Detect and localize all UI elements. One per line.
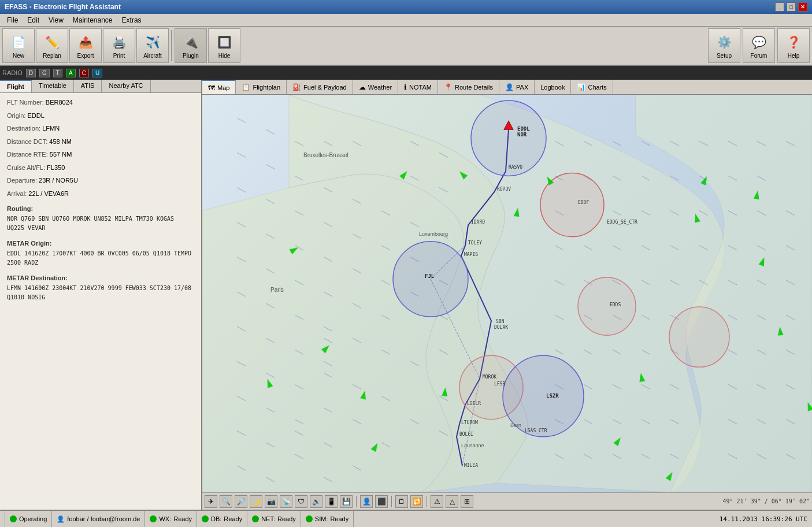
minimize-button[interactable]: _ (775, 2, 784, 12)
forum-button[interactable]: 💬 Forum (743, 28, 775, 63)
tool-save[interactable]: 💾 (340, 495, 353, 508)
replan-button[interactable]: ✏️ Replan (36, 28, 68, 63)
new-button[interactable]: 📄 New (2, 28, 35, 63)
menu-maintenance[interactable]: Maintenance (68, 15, 117, 25)
tool-refresh[interactable]: 🔁 (410, 495, 423, 508)
status-db: DB: Ready (197, 511, 247, 527)
menu-file[interactable]: File (2, 15, 23, 25)
origin-row: Origin: EDDL (7, 111, 194, 121)
tab-logbook[interactable]: Logbook (535, 80, 571, 94)
tab-atis[interactable]: ATIS (74, 80, 102, 92)
cruise-alt-label: Cruise Alt/FL: (7, 164, 45, 171)
tab-flightplan[interactable]: 📋 Flightplan (236, 80, 287, 94)
svg-text:EDDL: EDDL (517, 126, 530, 132)
radio-bar: RADIO D G T A C U (0, 66, 812, 80)
tool-zoom-in[interactable]: 🔍 (220, 495, 232, 508)
distance-dct-value: 458 NM (49, 138, 72, 145)
db-label: DB: (211, 515, 221, 522)
tool-notes[interactable]: 🗒 (395, 495, 408, 508)
tab-timetable[interactable]: Timetable (32, 80, 74, 92)
arrival-value: 22L / VEVA6R (28, 190, 69, 197)
net-indicator (252, 515, 259, 522)
arrival-label: Arrival: (7, 190, 27, 197)
tool-aircraft[interactable]: ✈ (205, 495, 217, 508)
tool-antenna[interactable]: 📡 (280, 495, 292, 508)
tool-sound[interactable]: 🔊 (310, 495, 322, 508)
menu-extras[interactable]: Extras (117, 15, 146, 25)
fuel-icon: ⛽ (292, 83, 301, 91)
radio-btn-t[interactable]: T (53, 69, 62, 77)
radio-btn-c[interactable]: C (79, 69, 89, 77)
tab-logbook-label: Logbook (540, 84, 565, 91)
setup-button[interactable]: ⚙️ Setup (708, 28, 740, 63)
menu-view[interactable]: View (44, 15, 68, 25)
svg-text:SBN: SBN (496, 319, 505, 324)
status-bar: Operating 👤 foobar / foobar@froom.de WX:… (0, 510, 812, 527)
map-tabs: 🗺 Map 📋 Flightplan ⛽ Fuel & Payload ☁ We… (202, 80, 812, 95)
aircraft-label: Aircraft (143, 53, 162, 59)
hide-icon: 🔲 (215, 33, 233, 51)
metar-dest-title: METAR Destination: (7, 274, 194, 281)
tab-charts-label: Charts (588, 84, 606, 91)
tab-flight[interactable]: Flight (0, 80, 32, 92)
radio-btn-d[interactable]: D (26, 69, 36, 77)
close-button[interactable]: ✕ (798, 2, 807, 12)
routing-section-title: Routing: (7, 205, 194, 212)
tab-notam[interactable]: ℹ NOTAM (398, 80, 438, 94)
tool-user[interactable]: 👤 (360, 495, 373, 508)
distance-rte-value: 557 NM (50, 151, 72, 158)
distance-rte-row: Distance RTE: 557 NM (7, 150, 194, 159)
tab-pax[interactable]: 👤 PAX (499, 80, 535, 94)
tool-blackbox[interactable]: ⬛ (375, 495, 388, 508)
wx-status: Ready (173, 515, 192, 522)
destination-value: LFMN (42, 125, 60, 132)
aircraft-button[interactable]: ✈️ Aircraft (136, 28, 169, 63)
db-indicator (202, 515, 209, 522)
plugin-label: Plugin (183, 53, 199, 59)
tool-grid[interactable]: ⊞ (461, 495, 473, 508)
toolbar-separator-1 (171, 30, 172, 61)
svg-text:Bern: Bern (510, 422, 521, 428)
svg-text:ROPUV: ROPUV (497, 187, 511, 192)
tab-map[interactable]: 🗺 Map (202, 80, 236, 94)
svg-text:Paris: Paris (270, 287, 284, 293)
tool-zoom-out[interactable]: 🔎 (235, 495, 247, 508)
panel-content: FLT Number: BER8024 Origin: EDDL Destina… (0, 93, 201, 510)
distance-dct-row: Distance DCT: 458 NM (7, 137, 194, 147)
svg-text:FJL: FJL (425, 273, 435, 279)
svg-text:IDARO: IDARO (471, 220, 485, 225)
maximize-button[interactable]: □ (787, 2, 796, 12)
radio-btn-u[interactable]: U (92, 69, 102, 77)
radio-label: RADIO (2, 69, 23, 76)
tab-flightplan-label: Flightplan (253, 84, 280, 91)
print-button[interactable]: 🖨️ Print (103, 28, 135, 63)
tab-charts[interactable]: 📊 Charts (571, 80, 613, 94)
tool-triangle[interactable]: △ (446, 495, 458, 508)
tool-shield[interactable]: 🛡 (295, 495, 307, 508)
tab-nearby-atc[interactable]: Nearby ATC (102, 80, 150, 92)
tab-fuel[interactable]: ⛽ Fuel & Payload (287, 80, 353, 94)
metar-dest-text: LFMN 141600Z 23004KT 210V270 9999 FEW033… (7, 284, 194, 302)
hide-button[interactable]: 🔲 Hide (208, 28, 240, 63)
tab-weather[interactable]: ☁ Weather (353, 80, 398, 94)
tab-route[interactable]: 📍 Route Details (438, 80, 499, 94)
export-button[interactable]: 📤 Export (69, 28, 102, 63)
plugin-button[interactable]: 🔌 Plugin (175, 28, 207, 63)
sim-label: SIM: (315, 515, 328, 522)
map-coordinates: 49° 21' 39" / 06° 19' 02" (722, 498, 810, 504)
help-button[interactable]: ❓ Help (777, 28, 810, 63)
destination-row: Destination: LFMN (7, 124, 194, 133)
radio-btn-g[interactable]: G (39, 69, 50, 77)
radio-btn-a[interactable]: A (66, 69, 76, 77)
net-label: NET: (261, 515, 275, 522)
app-title: EFASS - Electronic Flight Assistant (5, 3, 121, 11)
svg-text:MOROK: MOROK (483, 374, 496, 380)
tool-night[interactable]: 🌙 (250, 495, 262, 508)
svg-text:RASVO: RASVO (509, 165, 522, 170)
menu-edit[interactable]: Edit (23, 15, 44, 25)
status-datetime: 14.11.2013 16:39:26 UTC (720, 515, 807, 523)
tool-warning[interactable]: ⚠ (431, 495, 443, 508)
tool-camera[interactable]: 📷 (265, 495, 277, 508)
tool-mobile[interactable]: 📱 (325, 495, 338, 508)
map-container[interactable]: NOR EDDL RASVO ROPUV EDDF EDDG_SE_CTR ID… (202, 95, 812, 492)
